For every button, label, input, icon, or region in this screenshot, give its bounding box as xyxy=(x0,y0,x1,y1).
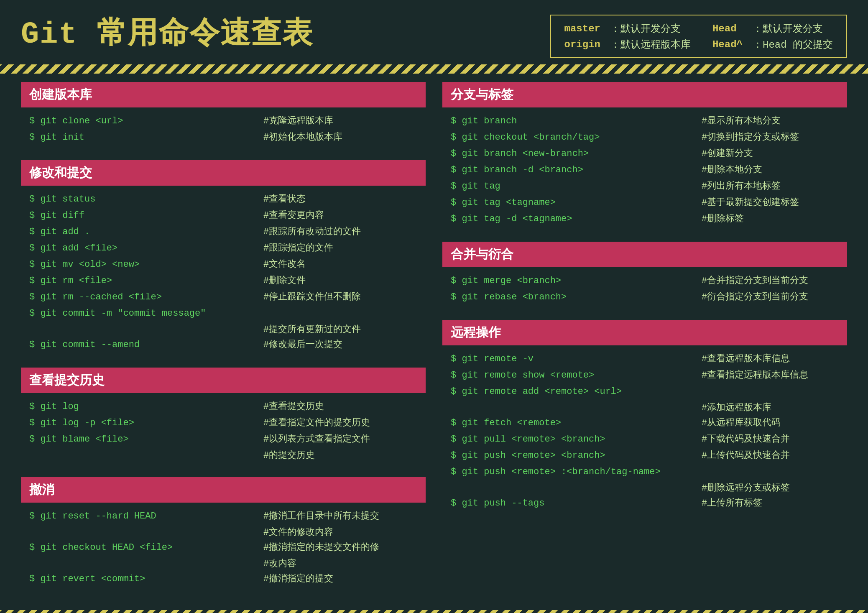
cmd-comment-clone: #克隆远程版本库 xyxy=(263,114,333,128)
cmd-text-tag-name: $ git tag <tagname> xyxy=(451,196,702,209)
cmd-log-p: $ git log -p <file> #查看指定文件的提交历史 xyxy=(29,416,417,430)
cmd-text-commit-amend: $ git commit --amend xyxy=(29,338,263,352)
comment-commit-m-cont: #提交所有更新过的文件 xyxy=(263,323,417,335)
cmd-init: $ git init #初始化本地版本库 xyxy=(29,130,417,144)
cmd-comment-blame: #以列表方式查看指定文件 xyxy=(263,432,370,446)
section-undo: 撤消 $ git reset --hard HEAD #撤消工作目录中所有未提交… xyxy=(21,477,426,590)
comment-remote-add-cont: #添加远程版本库 xyxy=(702,401,839,414)
section-create-repo: 创建版本库 $ git clone <url> #克隆远程版本库 $ git i… xyxy=(21,82,426,148)
cmd-text-diff: $ git diff xyxy=(29,209,263,222)
cmd-text-fetch: $ git fetch <remote> xyxy=(451,416,702,430)
cmd-comment-commit-amend: #修改最后一次提交 xyxy=(263,338,342,352)
cmd-text-push-delete: $ git push <remote> :<branch/tag-name> xyxy=(451,465,702,479)
cmd-comment-pull: #下载代码及快速合并 xyxy=(702,432,790,446)
cmd-comment-checkout-head: #撤消指定的未提交文件的修 xyxy=(263,541,379,554)
cmd-push-delete: $ git push <remote> :<branch/tag-name> xyxy=(451,465,839,479)
cmd-remote-add: $ git remote add <remote> <url> xyxy=(451,385,839,398)
section-header-undo: 撤消 xyxy=(21,477,426,503)
section-header-remote: 远程操作 xyxy=(442,320,847,345)
cmd-text-merge: $ git merge <branch> xyxy=(451,274,702,288)
left-column: 创建版本库 $ git clone <url> #克隆远程版本库 $ git i… xyxy=(21,82,426,602)
cmd-branch-d: $ git branch -d <branch> #删除本地分支 xyxy=(451,163,839,177)
cmd-checkout-branch: $ git checkout <branch/tag> #切换到指定分支或标签 xyxy=(451,130,839,144)
cmd-comment-tag: #列出所有本地标签 xyxy=(702,179,781,193)
cmd-comment-rm-cached: #停止跟踪文件但不删除 xyxy=(263,290,361,304)
cmd-rm-cached: $ git rm --cached <file> #停止跟踪文件但不删除 xyxy=(29,290,417,304)
cmd-text-status: $ git status xyxy=(29,192,263,206)
section-body-remote: $ git remote -v #查看远程版本库信息 $ git remote … xyxy=(442,350,847,514)
comment-push-delete-cont: #删除远程分支或标签 xyxy=(702,481,839,494)
cmd-comment-revert: #撤消指定的提交 xyxy=(263,572,333,586)
cmd-comment-branch: #显示所有本地分支 xyxy=(702,114,781,128)
section-body-log: $ git log #查看提交历史 $ git log -p <file> #查… xyxy=(21,398,426,465)
legend-box: master ：默认开发分支 Head ：默认开发分支 origin ：默认远程… xyxy=(550,15,847,58)
cmd-comment-merge: #合并指定分支到当前分支 xyxy=(702,274,808,288)
cmd-comment-log-p: #查看指定文件的提交历史 xyxy=(263,416,370,430)
section-header-modify-commit: 修改和提交 xyxy=(21,160,426,186)
cmd-comment-mv: #文件改名 xyxy=(263,258,306,271)
cmd-branch-new: $ git branch <new-branch> #创建新分支 xyxy=(451,147,839,161)
section-header-log: 查看提交历史 xyxy=(21,368,426,393)
legend-key-head: Head xyxy=(696,20,748,36)
cmd-comment-status: #查看状态 xyxy=(263,192,306,206)
cmd-text-log-p: $ git log -p <file> xyxy=(29,416,263,430)
cmd-text-pull: $ git pull <remote> <branch> xyxy=(451,432,702,446)
cmd-revert: $ git revert <commit> #撤消指定的提交 xyxy=(29,572,417,586)
cmd-comment-tag-name: #基于最新提交创建标签 xyxy=(702,196,799,209)
cmd-comment-remote-show: #查看指定远程版本库信息 xyxy=(702,368,808,382)
cmd-text-branch-new: $ git branch <new-branch> xyxy=(451,147,702,161)
right-column: 分支与标签 $ git branch #显示所有本地分支 $ git check… xyxy=(442,82,847,602)
cmd-checkout-head: $ git checkout HEAD <file> #撤消指定的未提交文件的修 xyxy=(29,541,417,554)
cmd-push-tags: $ git push --tags #上传所有标签 xyxy=(451,496,839,510)
section-header-create-repo: 创建版本库 xyxy=(21,82,426,107)
cmd-clone: $ git clone <url> #克隆远程版本库 xyxy=(29,114,417,128)
cmd-text-blame: $ git blame <file> xyxy=(29,432,263,446)
cmd-add-all: $ git add . #跟踪所有改动过的文件 xyxy=(29,225,417,239)
main-title: Git 常用命令速查表 xyxy=(21,13,313,53)
cmd-text-add-all: $ git add . xyxy=(29,225,263,239)
cmd-text-rm: $ git rm <file> xyxy=(29,274,263,288)
section-body-modify-commit: $ git status #查看状态 $ git diff #查看变更内容 $ … xyxy=(21,191,426,356)
legend-key-master: master xyxy=(559,20,605,36)
legend-val-origin: ：默认远程版本库 xyxy=(605,36,696,52)
cmd-tag-name: $ git tag <tagname> #基于最新提交创建标签 xyxy=(451,196,839,209)
cmd-remote-show: $ git remote show <remote> #查看指定远程版本库信息 xyxy=(451,368,839,382)
section-merge-rebase: 合并与衍合 $ git merge <branch> #合并指定分支到当前分支 … xyxy=(442,242,847,308)
section-branch-tag: 分支与标签 $ git branch #显示所有本地分支 $ git check… xyxy=(442,82,847,230)
section-header-branch-tag: 分支与标签 xyxy=(442,82,847,107)
cmd-text-init: $ git init xyxy=(29,130,263,144)
cmd-comment-log: #查看提交历史 xyxy=(263,400,324,414)
cmd-comment-branch-new: #创建新分支 xyxy=(702,147,753,161)
cmd-comment-fetch: #从远程库获取代码 xyxy=(702,416,781,430)
cmd-reset-hard: $ git reset --hard HEAD #撤消工作目录中所有未提交 xyxy=(29,509,417,523)
cmd-text-checkout-branch: $ git checkout <branch/tag> xyxy=(451,130,702,144)
cmd-comment-checkout-branch: #切换到指定分支或标签 xyxy=(702,130,799,144)
section-modify-commit: 修改和提交 $ git status #查看状态 $ git diff #查看变… xyxy=(21,160,426,356)
cmd-comment-init: #初始化本地版本库 xyxy=(263,130,342,144)
cmd-branch: $ git branch #显示所有本地分支 xyxy=(451,114,839,128)
cmd-text-rebase: $ git rebase <branch> xyxy=(451,290,702,304)
cmd-text-checkout-head: $ git checkout HEAD <file> xyxy=(29,541,263,554)
stripe-bar-top xyxy=(0,64,868,74)
cmd-tag: $ git tag #列出所有本地标签 xyxy=(451,179,839,193)
cmd-text-remote-add: $ git remote add <remote> <url> xyxy=(451,385,702,398)
cmd-comment-reset-hard: #撤消工作目录中所有未提交 xyxy=(263,509,379,523)
section-log: 查看提交历史 $ git log #查看提交历史 $ git log -p <f… xyxy=(21,368,426,465)
stripe-bar-bottom xyxy=(0,610,868,613)
cmd-merge: $ git merge <branch> #合并指定分支到当前分支 xyxy=(451,274,839,288)
cmd-comment-push: #上传代码及快速合并 xyxy=(702,449,790,462)
cmd-blame: $ git blame <file> #以列表方式查看指定文件 xyxy=(29,432,417,446)
section-body-branch-tag: $ git branch #显示所有本地分支 $ git checkout <b… xyxy=(442,112,847,230)
cmd-text-tag: $ git tag xyxy=(451,179,702,193)
cmd-remote-v: $ git remote -v #查看远程版本库信息 xyxy=(451,352,839,366)
cmd-comment-tag-d: #删除标签 xyxy=(702,212,744,226)
cmd-rebase: $ git rebase <branch> #衍合指定分支到当前分支 xyxy=(451,290,839,304)
section-body-merge-rebase: $ git merge <branch> #合并指定分支到当前分支 $ git … xyxy=(442,272,847,308)
legend-key-headcaret: Head^ xyxy=(696,36,748,52)
cmd-text-commit-m: $ git commit -m "commit message" xyxy=(29,306,263,320)
cmd-comment-branch-d: #删除本地分支 xyxy=(702,163,762,177)
cmd-text-mv: $ git mv <old> <new> xyxy=(29,258,263,271)
legend-row-2: origin ：默认远程版本库 Head^ ：Head 的父提交 xyxy=(559,36,838,52)
cmd-text-push: $ git push <remote> <branch> xyxy=(451,449,702,462)
cmd-comment-diff: #查看变更内容 xyxy=(263,209,324,222)
